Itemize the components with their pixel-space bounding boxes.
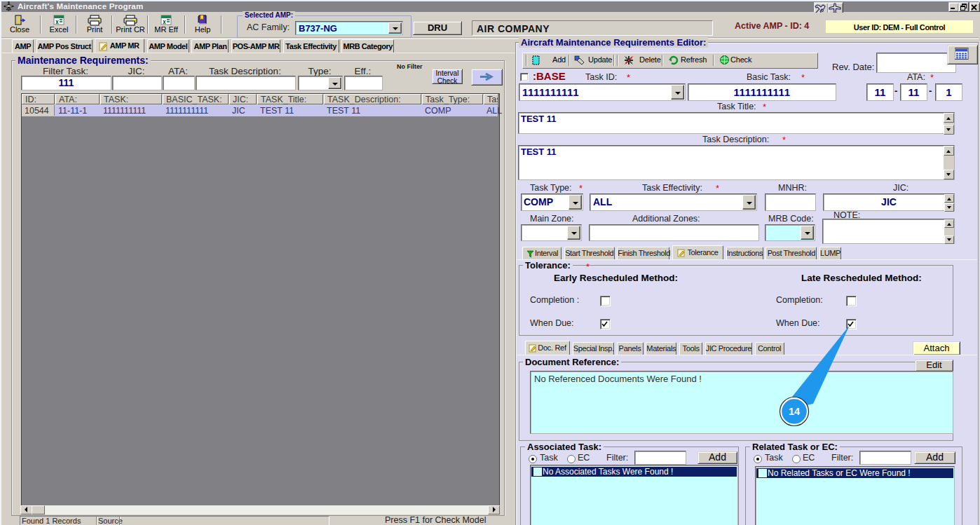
svg-text:14: 14 [789,406,800,417]
